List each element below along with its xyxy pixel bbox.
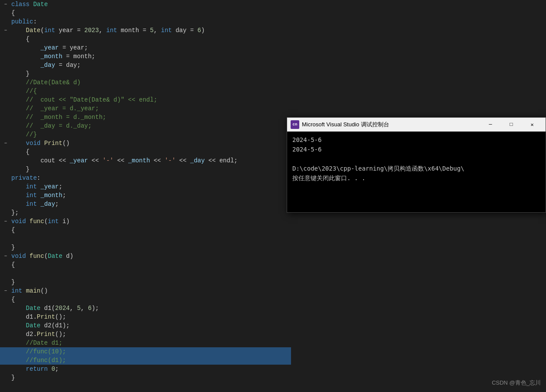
code-text: Date(int year = 2023, int month = 5, int… [10, 26, 291, 35]
fold-marker[interactable]: − [2, 217, 10, 226]
code-text [10, 269, 291, 278]
code-line: { [0, 35, 291, 43]
code-line: Date d2(d1); [0, 321, 291, 330]
code-text: // cout << "Date(Date& d)" << endl; [10, 96, 291, 104]
code-line: { [0, 226, 291, 234]
fold-marker[interactable]: − [2, 139, 10, 148]
maximize-button[interactable]: □ [501, 118, 521, 132]
code-line: { [0, 148, 291, 156]
console-title: Microsoft Visual Studio 调试控制台 [302, 121, 478, 128]
code-text: //func(d1); [10, 356, 291, 365]
code-text: { [10, 226, 291, 234]
code-text: //func(10); [10, 347, 291, 356]
code-text: int _day; [10, 200, 291, 208]
code-text: } [10, 69, 291, 78]
code-text: _day = day; [10, 61, 291, 69]
code-text: { [10, 295, 291, 304]
code-line [0, 269, 291, 278]
code-line: private: [0, 174, 291, 182]
code-text: public: [10, 17, 291, 26]
code-line: } [0, 373, 291, 382]
code-text: d1.Print(); [10, 313, 291, 321]
code-line: //Date d1; [0, 339, 291, 347]
csdn-watermark: CSDN @青色_忘川 [492, 379, 541, 387]
code-line: public: [0, 17, 291, 26]
console-output-line: D:\code\2023\cpp-learning\拷贝构造函数\x64\Deb… [292, 164, 540, 173]
code-line: return 0; [0, 365, 291, 373]
console-output-line: 2024-5-6 [292, 145, 540, 154]
code-line: −class Date [0, 0, 291, 9]
code-line: −void func(int i) [0, 217, 291, 226]
code-line: }; [0, 208, 291, 217]
code-text: //{ [10, 87, 291, 96]
code-text [10, 234, 291, 243]
console-titlebar: cn Microsoft Visual Studio 调试控制台 — □ ✕ [287, 118, 546, 132]
close-button[interactable]: ✕ [522, 118, 542, 132]
code-text: // _month = d._month; [10, 113, 291, 122]
code-line [0, 234, 291, 243]
console-output-line [292, 154, 540, 164]
code-line: // cout << "Date(Date& d)" << endl; [0, 96, 291, 104]
code-text: //} [10, 130, 291, 139]
code-text: { [10, 148, 291, 156]
code-line: − Date(int year = 2023, int month = 5, i… [0, 26, 291, 35]
code-text: } [10, 243, 291, 252]
code-line: } [0, 278, 291, 287]
code-text: int _month; [10, 191, 291, 200]
code-text: int _year; [10, 182, 291, 191]
code-text: int main() [10, 287, 291, 295]
code-line: // _day = d._day; [0, 122, 291, 130]
code-text: class Date [10, 0, 291, 9]
code-text: //Date d1; [10, 339, 291, 347]
code-text: { [10, 9, 291, 17]
code-text: { [10, 260, 291, 269]
vs-icon: cn [291, 120, 299, 129]
console-body: 2024-5-62024-5-6 D:\code\2023\cpp-learni… [287, 132, 546, 212]
code-text: } [10, 278, 291, 287]
code-text: //Date(Date& d) [10, 78, 291, 87]
code-text: d2.Print(); [10, 330, 291, 339]
fold-marker[interactable]: − [2, 287, 10, 295]
code-line: //func(10); [0, 347, 291, 356]
code-line: } [0, 165, 291, 174]
code-line: Date d1(2024, 5, 6); [0, 304, 291, 313]
code-line: //} [0, 130, 291, 139]
code-text: return 0; [10, 365, 291, 373]
code-line: { [0, 295, 291, 304]
code-text: Date d2(d1); [10, 321, 291, 330]
code-text: } [10, 373, 291, 382]
code-line: −void func(Date d) [0, 252, 291, 260]
console-output-line: 2024-5-6 [292, 135, 540, 145]
code-text: _year = year; [10, 43, 291, 52]
code-line: cout << _year << '-' << _month << '-' <<… [0, 156, 291, 165]
code-text: }; [10, 208, 291, 217]
code-line: //func(d1); [0, 356, 291, 365]
code-text: // _day = d._day; [10, 122, 291, 130]
minimize-button[interactable]: — [480, 118, 500, 132]
code-line: // _month = d._month; [0, 113, 291, 122]
code-text: { [10, 35, 291, 43]
code-line: int _year; [0, 182, 291, 191]
fold-marker[interactable]: − [2, 0, 10, 9]
titlebar-buttons[interactable]: — □ ✕ [480, 118, 542, 132]
code-line: } [0, 69, 291, 78]
code-line: _day = day; [0, 61, 291, 69]
code-line: _month = month; [0, 52, 291, 61]
code-text: cout << _year << '-' << _month << '-' <<… [10, 156, 291, 165]
code-line: − void Print() [0, 139, 291, 148]
code-line: //Date(Date& d) [0, 78, 291, 87]
code-line: } [0, 243, 291, 252]
code-text: _month = month; [10, 52, 291, 61]
code-text: } [10, 165, 291, 174]
console-window[interactable]: cn Microsoft Visual Studio 调试控制台 — □ ✕ 2… [287, 117, 546, 213]
code-line: int _day; [0, 200, 291, 208]
code-line: // _year = d._year; [0, 104, 291, 113]
code-text: void Print() [10, 139, 291, 148]
code-text: void func(Date d) [10, 252, 291, 260]
code-editor[interactable]: −class Date{public:− Date(int year = 202… [0, 0, 291, 392]
code-text: private: [10, 174, 291, 182]
code-line: d2.Print(); [0, 330, 291, 339]
fold-marker[interactable]: − [2, 252, 10, 260]
fold-marker[interactable]: − [2, 26, 10, 35]
code-text: // _year = d._year; [10, 104, 291, 113]
